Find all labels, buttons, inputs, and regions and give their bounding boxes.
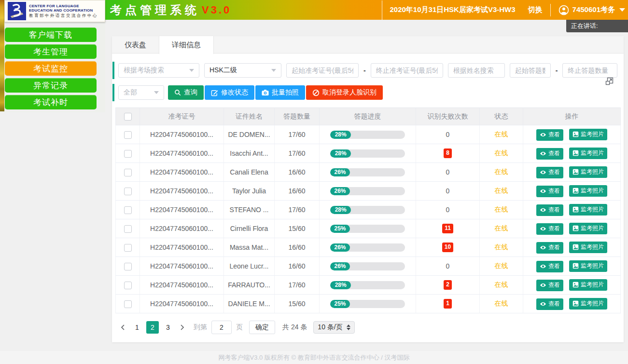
ticket-number: H22047745060100... (140, 144, 224, 163)
view-button[interactable]: 查看 (536, 223, 563, 235)
row-checkbox[interactable] (124, 131, 132, 139)
row-checkbox[interactable] (124, 206, 132, 214)
proctor-photo-button[interactable]: 监考照片 (569, 298, 607, 310)
row-checkbox[interactable] (124, 150, 132, 158)
progress-bar: 26% (330, 168, 405, 176)
search-button[interactable]: 查询 (168, 85, 204, 100)
end-answer-count-input[interactable] (562, 63, 617, 78)
proctor-photo-button[interactable]: 监考照片 (569, 204, 607, 216)
candidates-table: 准考证号 证件姓名 答题数量 答题进度 识别失败次数 状态 操作 H220477… (115, 108, 621, 313)
next-page-icon[interactable] (179, 324, 185, 331)
cancel-face-recognition-button[interactable]: 取消登录人脸识别 (306, 85, 383, 100)
candidate-name: Massa Mat... (224, 238, 275, 257)
answer-count: 17/60 (275, 125, 320, 144)
photo-icon (572, 169, 579, 175)
view-button[interactable]: 查看 (536, 148, 563, 160)
proctor-photo-button[interactable]: 监考照片 (569, 166, 607, 178)
row-checkbox[interactable] (124, 263, 132, 270)
goto-page-input[interactable] (211, 321, 232, 334)
background-photo-strip (0, 0, 4, 111)
confirm-button[interactable]: 确定 (249, 321, 275, 334)
fail-count: 0 (446, 262, 450, 270)
answer-count: 17/60 (275, 276, 320, 295)
answer-count: 15/60 (275, 219, 320, 238)
status-label: 在线 (495, 149, 508, 157)
view-button[interactable]: 查看 (536, 261, 563, 272)
sidebar-item[interactable]: 客户端下载 (5, 27, 97, 42)
sidebar-item[interactable]: 考生管理 (5, 44, 97, 59)
eye-icon (540, 264, 546, 269)
proctor-photo-button[interactable]: 监考照片 (569, 279, 607, 291)
candidate-name: Taylor Julia (224, 182, 275, 201)
proctor-photo-button[interactable]: 监考照片 (569, 185, 607, 197)
fail-count: 11 (442, 224, 453, 233)
prev-page-icon[interactable] (120, 324, 126, 331)
level-select[interactable]: HSK二级 (204, 63, 281, 78)
col-header-actions: 操作 (523, 108, 621, 125)
progress-label: 25% (334, 225, 346, 232)
view-button[interactable]: 查看 (536, 242, 563, 254)
status-label: 在线 (495, 243, 508, 251)
view-button[interactable]: 查看 (536, 186, 563, 197)
row-checkbox[interactable] (124, 300, 132, 308)
end-ticket-input[interactable] (371, 63, 443, 78)
view-button[interactable]: 查看 (536, 129, 563, 141)
sidebar-item[interactable]: 考试补时 (5, 95, 97, 109)
fail-count: 0 (446, 206, 450, 214)
tab[interactable]: 详细信息 (159, 36, 214, 54)
proctor-photo-button[interactable]: 监考照片 (569, 129, 607, 140)
row-checkbox[interactable] (124, 282, 132, 289)
page-number[interactable]: 3 (162, 321, 174, 334)
select-all-checkbox[interactable] (124, 113, 132, 121)
candidate-name: Canali Elena (224, 163, 275, 182)
view-button[interactable]: 查看 (536, 204, 563, 216)
user-menu[interactable]: 7450601考务 (572, 5, 615, 14)
page-numbers: 1 2 3 (131, 321, 174, 334)
view-button[interactable]: 查看 (536, 298, 563, 310)
name-search-input[interactable] (448, 63, 505, 78)
proctor-photo-button[interactable]: 监考照片 (569, 242, 607, 253)
status-filter-select[interactable]: 全部 (118, 85, 164, 100)
sort-arrows-icon (347, 324, 350, 330)
progress-bar: 26% (330, 243, 405, 252)
page-number[interactable]: 2 (146, 321, 159, 334)
progress-fill: 26% (330, 168, 350, 176)
progress-label: 26% (334, 169, 346, 175)
status-label: 在线 (495, 281, 508, 288)
app-title: 考点管理系统 V3.0 (110, 0, 231, 20)
sidebar-item[interactable]: 异常记录 (5, 78, 97, 93)
sidebar-item[interactable]: 考试监控 (5, 61, 97, 76)
view-button[interactable]: 查看 (536, 167, 563, 178)
page-unit-label: 页 (236, 323, 243, 332)
tab[interactable]: 仪表盘 (112, 36, 159, 54)
row-checkbox[interactable] (124, 244, 132, 252)
chevron-down-icon[interactable] (619, 8, 625, 12)
table-body: H22047745060100... DE DOMEN... 17/60 28%… (116, 125, 621, 313)
row-checkbox[interactable] (124, 188, 132, 195)
switch-exam-button[interactable]: 切换 (528, 5, 543, 14)
batch-photo-button[interactable]: 批量拍照 (255, 85, 305, 100)
page-size-select[interactable]: 10 条/页 (313, 321, 354, 334)
table-row: H22047745060100... DANIELE M... 15/60 25… (116, 295, 621, 313)
row-checkbox[interactable] (124, 225, 132, 233)
answer-count: 16/60 (275, 257, 320, 276)
start-answer-count-input[interactable] (510, 63, 551, 78)
page-number[interactable]: 1 (131, 321, 143, 334)
fail-count: 0 (446, 187, 450, 195)
status-label: 在线 (495, 262, 508, 270)
row-checkbox[interactable] (124, 169, 132, 176)
range-dash: - (556, 67, 558, 74)
answer-count: 17/60 (275, 144, 320, 163)
modify-status-button[interactable]: 修改状态 (205, 85, 254, 100)
proctor-photo-button[interactable]: 监考照片 (569, 260, 607, 272)
expand-fullscreen-icon[interactable] (605, 77, 614, 85)
chevron-down-icon (189, 69, 194, 72)
start-ticket-input[interactable] (286, 63, 359, 78)
venue-select[interactable]: 根据考场搜索 (118, 63, 199, 78)
proctor-photo-button[interactable]: 监考照片 (569, 148, 607, 159)
eye-icon (540, 226, 546, 231)
view-button[interactable]: 查看 (536, 280, 563, 291)
proctor-photo-button[interactable]: 监考照片 (569, 223, 607, 234)
user-avatar-icon[interactable] (558, 5, 569, 15)
fail-count: 10 (442, 243, 453, 252)
